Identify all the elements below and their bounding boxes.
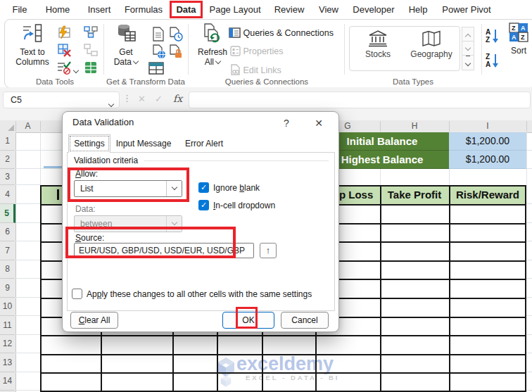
data-validation-icon[interactable] bbox=[57, 61, 72, 76]
collapse-dialog-button[interactable]: ↑ bbox=[260, 243, 277, 258]
annotation-box-ok bbox=[236, 307, 258, 329]
dialog-help-button[interactable]: ? bbox=[278, 116, 295, 130]
tab-page-layout[interactable]: Page Layout bbox=[205, 0, 265, 19]
cancel-button[interactable]: Cancel bbox=[281, 312, 329, 329]
sort-button[interactable]: Z A A Z Sort bbox=[503, 23, 532, 56]
tab-formulas[interactable]: Formulas bbox=[120, 0, 167, 19]
consolidate-icon[interactable] bbox=[84, 25, 99, 41]
col-header-a[interactable]: A bbox=[15, 120, 40, 132]
from-web-icon[interactable] bbox=[153, 44, 168, 60]
data-validation-dropdown-chevron[interactable] bbox=[74, 64, 78, 77]
data-types-gallery: Stocks Geography bbox=[349, 26, 460, 71]
refresh-all-label2: All bbox=[205, 57, 214, 67]
tab-help[interactable]: Help bbox=[404, 0, 432, 19]
in-cell-dropdown-checkbox[interactable]: ✓ bbox=[198, 200, 209, 210]
gallery-more-button[interactable] bbox=[462, 55, 474, 70]
enter-icon: ✓ bbox=[155, 94, 163, 104]
remove-duplicates-icon[interactable] bbox=[57, 43, 72, 58]
svg-text:Z: Z bbox=[512, 25, 516, 32]
from-table-range-icon[interactable] bbox=[148, 62, 164, 77]
dialog-close-button[interactable]: ✕ bbox=[310, 116, 327, 130]
row-header-1[interactable]: 1 bbox=[0, 132, 15, 151]
row-header-14[interactable]: 14 bbox=[0, 372, 15, 391]
sort-za-icon[interactable]: Z A bbox=[485, 52, 500, 68]
flash-fill-icon[interactable] bbox=[57, 25, 72, 41]
get-data-button[interactable]: Get Data bbox=[109, 23, 143, 67]
gallery-scroll-up[interactable] bbox=[462, 27, 474, 42]
ignore-blank-label[interactable]: Ignore blank bbox=[213, 183, 260, 193]
cell-initial-balance-value[interactable]: $1,200.00 bbox=[449, 132, 526, 151]
tab-insert[interactable]: Insert bbox=[80, 0, 118, 19]
row-header-2[interactable]: 2 bbox=[0, 151, 15, 169]
tab-developer[interactable]: Developer bbox=[348, 0, 400, 19]
dialog-tab-error-alert[interactable]: Error Alert bbox=[178, 136, 230, 152]
name-box[interactable]: C5 bbox=[3, 91, 120, 108]
geography-button[interactable]: Geography bbox=[405, 27, 458, 70]
data-validation-dialog: Data Validation ? ✕ Settings Input Messa… bbox=[62, 111, 339, 332]
excel-window: File Home Insert Formulas Data Page Layo… bbox=[0, 0, 532, 392]
apply-changes-label[interactable]: Apply these changes to all other cells w… bbox=[87, 289, 312, 299]
sort-az-icon[interactable]: A Z bbox=[485, 27, 500, 43]
drag-handle-icon[interactable]: ⋮ bbox=[122, 93, 132, 103]
text-to-columns-button[interactable]: Text to Columns bbox=[12, 23, 53, 67]
refresh-all-button[interactable]: Refresh All bbox=[194, 23, 232, 67]
gallery-scroll-down[interactable] bbox=[462, 41, 474, 56]
stocks-button[interactable]: Stocks bbox=[351, 27, 405, 70]
row-header-12[interactable]: 12 bbox=[0, 335, 15, 353]
ignore-blank-checkbox[interactable]: ✓ bbox=[198, 182, 209, 193]
group-label-queries: Queries & Connections bbox=[189, 77, 344, 86]
dialog-tab-input-message[interactable]: Input Message bbox=[112, 136, 175, 152]
row-header-10[interactable]: 10 bbox=[0, 298, 15, 316]
text-to-columns-icon bbox=[23, 36, 42, 46]
row-header-11[interactable]: 11 bbox=[0, 316, 15, 335]
ribbon-panel: Text to Columns bbox=[4, 19, 532, 88]
dialog-title: Data Validation bbox=[72, 117, 134, 127]
table-header-risk-reward[interactable]: Risk/Reward bbox=[449, 185, 526, 204]
text-to-columns-label2: Columns bbox=[12, 57, 53, 67]
formula-input[interactable] bbox=[189, 91, 531, 108]
recent-sources-icon[interactable] bbox=[170, 27, 185, 42]
tab-file[interactable]: File bbox=[6, 0, 34, 19]
clear-all-button[interactable]: Clear All bbox=[70, 312, 118, 329]
queries-connections-button[interactable]: Queries & Connections bbox=[229, 27, 334, 40]
cell-highest-balance-value[interactable]: $1,200.00 bbox=[449, 151, 526, 169]
geography-label: Geography bbox=[405, 49, 458, 59]
annotation-box-source bbox=[65, 227, 236, 258]
row-header-13[interactable]: 13 bbox=[0, 353, 15, 372]
table-header-take-profit[interactable]: Take Profit bbox=[380, 185, 449, 204]
row-header-9[interactable]: 9 bbox=[0, 279, 15, 298]
name-box-chevron-icon[interactable] bbox=[109, 98, 113, 110]
apply-changes-checkbox[interactable] bbox=[72, 289, 82, 299]
col-separator bbox=[449, 121, 450, 132]
row-header-4[interactable]: 4 bbox=[0, 185, 15, 204]
row-header-6[interactable]: 6 bbox=[0, 223, 15, 241]
properties-button: Properties bbox=[230, 46, 283, 58]
dialog-tab-settings[interactable]: Settings bbox=[68, 134, 110, 153]
group-separator bbox=[188, 24, 189, 75]
row-header-7[interactable]: 7 bbox=[0, 241, 15, 260]
select-all-corner[interactable] bbox=[8, 125, 14, 131]
existing-connections-icon[interactable] bbox=[170, 44, 185, 60]
annotation-box-allow bbox=[68, 167, 189, 202]
in-cell-dropdown-label[interactable]: In-cell dropdown bbox=[213, 201, 275, 210]
row-header-5-selected[interactable]: 5 bbox=[0, 204, 15, 223]
sort-label: Sort bbox=[503, 46, 532, 56]
svg-text:A: A bbox=[486, 28, 490, 36]
insert-function-icon[interactable]: fx bbox=[173, 93, 182, 104]
data-model-icon[interactable] bbox=[84, 61, 99, 76]
tab-review[interactable]: Review bbox=[269, 0, 310, 19]
tab-view[interactable]: View bbox=[312, 0, 345, 19]
text-to-columns-label: Text to bbox=[12, 47, 53, 57]
row-header-3[interactable]: 3 bbox=[0, 169, 15, 185]
col-header-h[interactable]: H bbox=[380, 120, 449, 132]
col-header-i[interactable]: I bbox=[449, 120, 526, 132]
svg-text:A: A bbox=[512, 34, 517, 41]
tab-power-pivot[interactable]: Power Pivot bbox=[436, 0, 497, 19]
tab-data-active[interactable]: Data bbox=[170, 1, 203, 18]
groupbox-line bbox=[144, 160, 329, 161]
ribbon-tab-row: File Home Insert Formulas Data Page Layo… bbox=[0, 0, 532, 19]
tab-home[interactable]: Home bbox=[37, 0, 79, 19]
from-text-csv-icon[interactable] bbox=[153, 27, 168, 42]
svg-text:Z: Z bbox=[486, 53, 490, 61]
row-header-8[interactable]: 8 bbox=[0, 260, 15, 279]
